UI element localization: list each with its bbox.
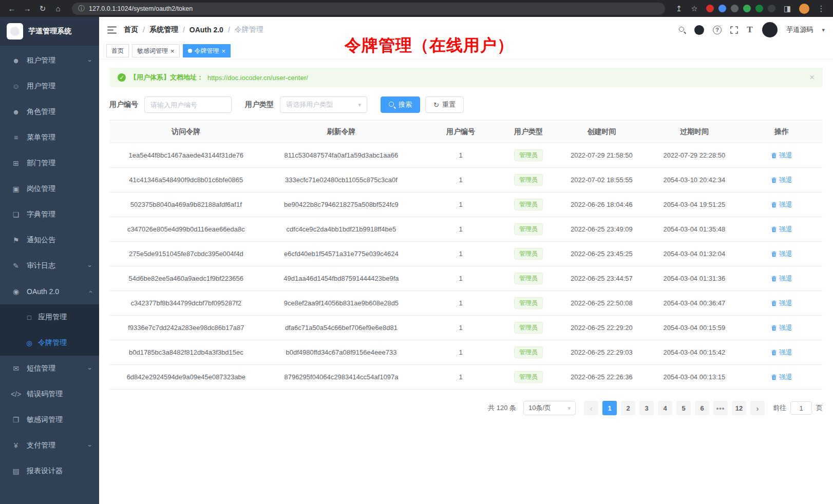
doc-link[interactable]: https://doc.iocoder.cn/user-center/ [207, 74, 308, 82]
sidebar-item-dept[interactable]: ⊞部门管理 [0, 150, 99, 176]
user-id-cell: 1 [420, 217, 502, 242]
prev-page-button[interactable]: ‹ [584, 401, 598, 415]
forward-icon[interactable]: → [21, 2, 34, 15]
user-avatar[interactable] [762, 22, 778, 37]
chevron-down-icon[interactable]: ▾ [822, 27, 825, 33]
bookmark-star-icon[interactable]: ☆ [688, 2, 701, 15]
page-button[interactable]: 12 [732, 401, 746, 415]
sidebar-item-notice[interactable]: ⚑通知公告 [0, 227, 99, 253]
force-logout-button[interactable]: 强退 [771, 176, 792, 185]
page-button[interactable]: 6 [695, 401, 709, 415]
force-logout-button[interactable]: 强退 [771, 373, 792, 382]
page-button[interactable]: 2 [621, 401, 635, 415]
page-button[interactable]: 1 [602, 401, 617, 415]
tab-close-icon[interactable]: × [222, 48, 226, 54]
page-size-select[interactable]: 10条/页 ▾ [523, 401, 576, 415]
sidebar-item-user[interactable]: ☺用户管理 [0, 73, 99, 99]
reset-button[interactable]: ↻ 重置 [425, 96, 464, 113]
browser-profile-avatar[interactable] [799, 4, 809, 14]
site-info-icon[interactable]: ⓘ [78, 4, 85, 13]
breadcrumb-item[interactable]: 首页 [124, 25, 138, 34]
app-logo-row[interactable]: 芋道管理系统 [0, 17, 99, 46]
tab-item[interactable]: 令牌管理× [183, 44, 231, 57]
sidebar-item-dict[interactable]: ❏字典管理 [0, 202, 99, 227]
extension-puzzle-icon[interactable] [755, 5, 763, 12]
extension-blue-icon[interactable] [718, 5, 726, 12]
sidebar-item-report[interactable]: ▤报表设计器 [0, 458, 99, 484]
sidebar-item-oauth2-app[interactable]: □应用管理 [0, 304, 99, 330]
extension-green-icon[interactable] [743, 5, 751, 12]
force-logout-button[interactable]: 强退 [771, 225, 792, 234]
reload-icon[interactable]: ↻ [36, 2, 49, 15]
expire-time-cell: 2054-03-04 00:15:42 [648, 340, 741, 365]
sidebar-item-payment[interactable]: ¥支付管理› [0, 433, 99, 458]
collapse-sidebar-icon[interactable] [107, 26, 117, 34]
force-logout-button[interactable]: 强退 [771, 348, 792, 357]
search-icon[interactable] [679, 27, 686, 33]
split-view-icon[interactable]: ◨ [781, 2, 794, 15]
user-id-cell: 1 [420, 340, 502, 365]
next-page-button[interactable]: › [750, 401, 765, 415]
fullscreen-icon[interactable] [730, 26, 738, 34]
tab-item[interactable]: 敏感词管理× [132, 44, 180, 57]
sidebar-item-sms[interactable]: ✉短信管理› [0, 356, 99, 381]
user-type-select[interactable]: 请选择用户类型 ▾ [280, 96, 367, 113]
force-logout-label: 强退 [779, 299, 792, 308]
token-broadcast-icon: ◎ [25, 339, 34, 347]
extension-red-icon[interactable] [706, 5, 714, 12]
back-icon[interactable]: ← [5, 2, 18, 15]
sidebar-item-audit-log[interactable]: ✎审计日志› [0, 253, 99, 279]
search-icon [389, 102, 395, 108]
extension-dark-icon[interactable] [731, 5, 739, 12]
browser-menu-icon[interactable]: ⋮ [815, 2, 828, 15]
force-logout-button[interactable]: 强退 [771, 299, 792, 308]
alert-close-icon[interactable]: × [809, 72, 815, 83]
share-icon[interactable]: ↥ [672, 2, 686, 15]
tab-close-icon[interactable]: × [171, 48, 175, 54]
trash-icon [771, 276, 777, 282]
address-bar[interactable]: ⓘ 127.0.0.1:1024/system/oauth2/token [72, 3, 665, 15]
breadcrumb-item[interactable]: OAuth 2.0 [190, 26, 223, 34]
sidebar-item-post[interactable]: ▣岗位管理 [0, 176, 99, 202]
sidebar-item-error-code[interactable]: </>错误码管理 [0, 381, 99, 407]
sidebar-item-tenant[interactable]: ☻租户管理› [0, 48, 99, 73]
sidebar-item-menu[interactable]: ≡菜单管理 [0, 125, 99, 150]
user-type-cell: 管理员 [502, 192, 555, 217]
sidebar-item-oauth2[interactable]: ◉OAuth 2.0› [0, 279, 99, 304]
sidebar-item-role[interactable]: ☻角色管理 [0, 99, 99, 125]
sidebar-item-oauth2-token[interactable]: ◎令牌管理 [0, 330, 99, 356]
extension-gray-icon[interactable] [768, 5, 775, 12]
user-id-input[interactable] [144, 96, 232, 113]
pagination-ellipsis[interactable]: ••• [713, 401, 728, 415]
force-logout-label: 强退 [779, 274, 792, 283]
help-icon[interactable]: ? [713, 26, 722, 34]
page-button[interactable]: 3 [639, 401, 654, 415]
sidebar-item-label: 岗位管理 [27, 184, 55, 193]
breadcrumb-item[interactable]: 系统管理 [149, 25, 178, 34]
github-icon[interactable] [694, 25, 704, 35]
goto-page-input[interactable] [790, 401, 812, 415]
search-button[interactable]: 搜索 [381, 96, 420, 113]
force-logout-button[interactable]: 强退 [771, 249, 792, 259]
action-cell: 强退 [741, 365, 823, 390]
user-type-badge: 管理员 [514, 248, 543, 260]
force-logout-button[interactable]: 强退 [771, 151, 792, 160]
refresh-token-cell: 811c530487574fa0af1a59d3abc1aa66 [263, 143, 420, 168]
home-icon[interactable]: ⌂ [51, 2, 65, 15]
column-header: 访问令牌 [109, 121, 263, 143]
column-header: 过期时间 [648, 121, 741, 143]
force-logout-button[interactable]: 强退 [771, 323, 792, 333]
tab-item[interactable]: 首页 [106, 44, 129, 57]
action-cell: 强退 [741, 217, 823, 242]
force-logout-button[interactable]: 强退 [771, 274, 792, 283]
sidebar-item-label: 应用管理 [38, 313, 67, 322]
force-logout-button[interactable]: 强退 [771, 200, 792, 209]
page-button[interactable]: 5 [676, 401, 691, 415]
access-token-cell: f9336e7c7dd242a283ee98dc86b17a87 [109, 316, 263, 340]
sidebar-item-sensitive-word[interactable]: ❐敏感词管理 [0, 407, 99, 433]
create-time-cell: 2022-06-25 23:44:57 [555, 266, 648, 291]
user-id-cell: 1 [420, 143, 502, 168]
font-size-icon[interactable]: T [747, 25, 752, 35]
username[interactable]: 芋道源码 [786, 25, 813, 34]
page-button[interactable]: 4 [658, 401, 672, 415]
